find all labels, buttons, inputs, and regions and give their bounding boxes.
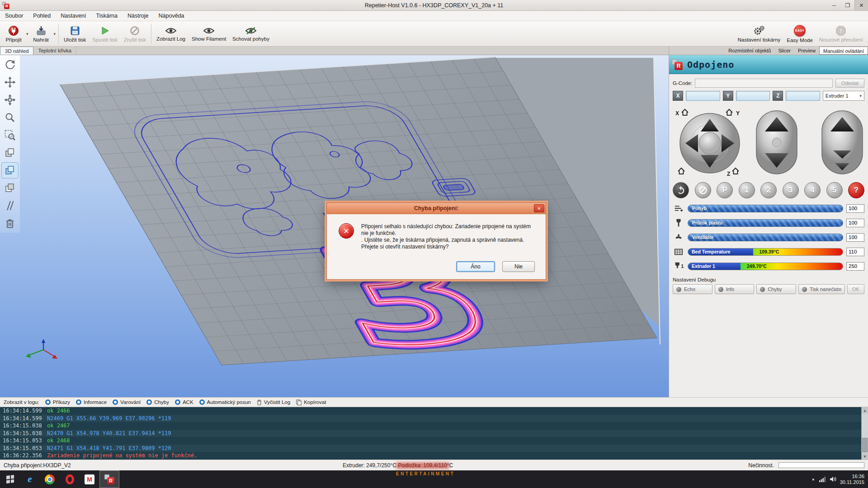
stop-jog-button[interactable] xyxy=(699,132,721,154)
maximize-button[interactable]: ❐ xyxy=(841,0,854,10)
preset-4-button[interactable]: 4 xyxy=(804,182,821,198)
axis-y-field[interactable] xyxy=(736,91,770,101)
view-isometric-button[interactable] xyxy=(2,145,18,160)
move-viewpoint-button[interactable] xyxy=(2,92,18,108)
network-icon[interactable] xyxy=(819,476,826,482)
debug-errors-toggle[interactable]: Chyby xyxy=(756,284,796,294)
filter-commands[interactable]: Příkazy xyxy=(45,399,70,405)
tab-object-placement[interactable]: Rozmístění objektů xyxy=(725,47,774,55)
send-gcode-button[interactable]: Odeslat xyxy=(835,79,864,88)
bed-temp-bar[interactable]: Bed Temperature 109.39°C xyxy=(688,248,843,256)
preset-2-button[interactable]: 2 xyxy=(760,182,777,198)
minimize-button[interactable]: ─ xyxy=(827,0,841,10)
hide-travel-button[interactable]: Schovat pohyby xyxy=(229,22,273,46)
log-scrollbar[interactable]: ▲ ▼ xyxy=(861,407,868,460)
log-output[interactable]: 16:34:14.599 ok 2466 16:34:14.599 N2469 … xyxy=(0,407,868,460)
bed-target-input[interactable] xyxy=(846,248,864,256)
tab-preview[interactable]: Preview xyxy=(794,47,819,55)
connect-dropdown-arrow[interactable]: ▾ xyxy=(25,32,29,36)
menu-nastroje[interactable]: Nástroje xyxy=(123,11,154,21)
load-button[interactable]: Nahrát xyxy=(29,22,53,46)
menu-pohled[interactable]: Pohled xyxy=(28,11,56,21)
flow-slider[interactable]: Průtok plastu xyxy=(688,219,843,227)
debug-echo-toggle[interactable]: Echo xyxy=(673,284,712,294)
view-top-button[interactable] xyxy=(2,163,18,178)
home-y-icon[interactable] xyxy=(726,109,732,115)
zoom-area-button[interactable] xyxy=(2,127,18,143)
save-print-button[interactable]: Uložit tisk xyxy=(61,22,89,46)
extruder-select[interactable]: Extruder 1 ▾ xyxy=(823,91,864,101)
filter-ack[interactable]: ACK xyxy=(175,399,193,405)
tray-expand-icon[interactable]: ▲ xyxy=(811,477,815,481)
scroll-thumb[interactable] xyxy=(862,438,868,452)
home-x-icon[interactable] xyxy=(682,109,688,115)
axis-x-field[interactable] xyxy=(686,91,720,101)
tab-3d-preview[interactable]: 3D náhled xyxy=(0,47,33,55)
clock[interactable]: 16:36 30.11.2015 xyxy=(840,474,864,485)
axis-z-field[interactable] xyxy=(786,91,820,101)
speed-value-input[interactable] xyxy=(846,204,864,213)
fan-value-input[interactable] xyxy=(846,233,864,242)
start-print-button[interactable]: Spustit tisk xyxy=(89,22,121,46)
delete-object-button[interactable] xyxy=(2,216,18,231)
dialog-close-button[interactable]: ✕ xyxy=(534,204,544,212)
extruder-temp-bar[interactable]: Extruder 1 249.70°C xyxy=(688,263,843,270)
copy-log-button[interactable]: Kopírovat xyxy=(296,399,326,405)
dialog-titlebar[interactable]: Chyba připojení: ✕ xyxy=(327,203,546,214)
menu-soubor[interactable]: Soubor xyxy=(0,11,28,21)
menu-nastaveni[interactable]: Nastavení xyxy=(56,11,91,21)
taskbar-ie[interactable]: e xyxy=(20,470,40,488)
home-z-icon[interactable] xyxy=(732,168,739,174)
tab-slicer[interactable]: Slicer xyxy=(774,47,794,55)
taskbar-chrome[interactable] xyxy=(40,470,60,488)
preset-3-button[interactable]: 3 xyxy=(783,182,799,198)
tab-manual-control[interactable]: Manuální ovládání xyxy=(819,47,868,55)
gcode-input[interactable] xyxy=(695,79,833,88)
filter-autoscroll[interactable]: Automatický posun xyxy=(199,399,251,405)
view-front-button[interactable] xyxy=(2,180,18,196)
parallel-projection-button[interactable] xyxy=(2,198,18,213)
taskbar-opera[interactable] xyxy=(60,470,80,488)
jog-pads[interactable]: X Y Z xyxy=(673,105,865,178)
connect-button[interactable]: Připojit xyxy=(2,22,25,46)
cancel-print-button[interactable]: Zrušit tisk xyxy=(121,22,149,46)
taskbar-gmail[interactable]: M xyxy=(80,470,99,488)
show-log-button[interactable]: Zobrazit Log xyxy=(153,22,189,46)
emergency-stop-button[interactable]: ! Nouzové přerušení xyxy=(816,22,866,46)
taskbar-repetier[interactable]: R xyxy=(99,470,119,488)
park-button[interactable]: P xyxy=(717,182,733,198)
rotate-view-button[interactable] xyxy=(2,57,18,72)
menu-tiskarna[interactable]: Tiskárna xyxy=(91,11,123,21)
close-button[interactable]: ✕ xyxy=(854,0,868,10)
flow-value-input[interactable] xyxy=(846,219,864,227)
menu-napoveda[interactable]: Nápověda xyxy=(154,11,189,21)
debug-info-toggle[interactable]: Info xyxy=(715,284,755,294)
extruder-target-input[interactable] xyxy=(846,262,864,271)
speed-slider[interactable]: Pohyb xyxy=(688,205,843,212)
debug-ok-button[interactable]: OK xyxy=(847,284,864,294)
filter-info[interactable]: Informace xyxy=(76,399,107,405)
help-button[interactable]: ? xyxy=(848,182,864,198)
filter-errors[interactable]: Chyby xyxy=(146,399,169,405)
clear-log-button[interactable]: Vyčistit Log xyxy=(257,399,290,405)
atx-off-button[interactable] xyxy=(695,182,711,198)
load-dropdown-arrow[interactable]: ▾ xyxy=(53,32,57,36)
printer-settings-button[interactable]: Nastavení tiskárny xyxy=(735,22,784,46)
filter-warnings[interactable]: Varování xyxy=(113,399,141,405)
start-button[interactable] xyxy=(0,470,20,488)
fan-slider[interactable]: Ventilátor xyxy=(688,234,843,241)
debug-dryrun-toggle[interactable]: Tisk nanečisto xyxy=(798,284,845,294)
easy-mode-button[interactable]: EASY Easy Mode xyxy=(783,22,816,46)
home-all-icon[interactable] xyxy=(678,168,684,174)
scroll-up-icon[interactable]: ▲ xyxy=(862,407,868,413)
speaker-icon[interactable] xyxy=(830,476,836,482)
dialog-yes-button[interactable]: Áno xyxy=(456,261,495,272)
move-object-button[interactable] xyxy=(2,75,18,90)
scroll-down-icon[interactable]: ▼ xyxy=(862,453,868,460)
tab-temp-curve[interactable]: Teplotní křivka xyxy=(33,47,76,55)
zoom-button[interactable] xyxy=(2,110,18,125)
preset-5-button[interactable]: 5 xyxy=(826,182,843,198)
power-button[interactable] xyxy=(673,182,689,198)
show-filament-button[interactable]: Show Filament xyxy=(189,22,229,46)
preset-1-button[interactable]: 1 xyxy=(739,182,755,198)
